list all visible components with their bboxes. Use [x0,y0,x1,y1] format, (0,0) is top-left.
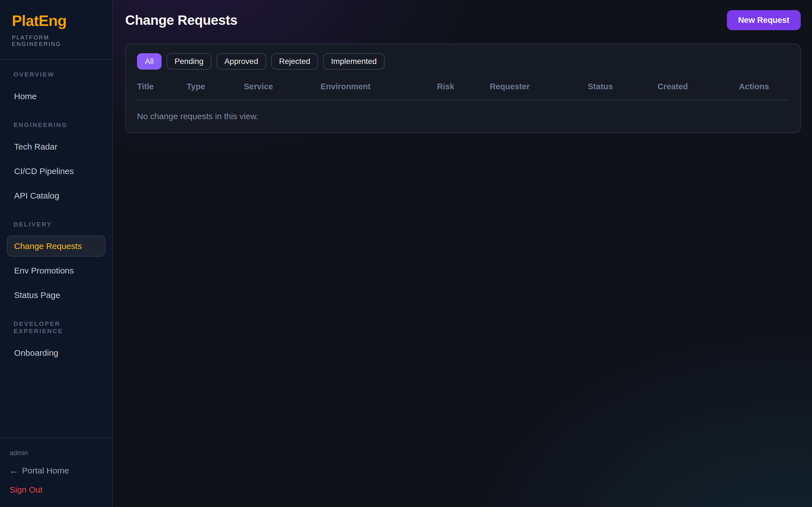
portal-home-label: Portal Home [22,466,69,475]
filter-tab-approved[interactable]: Approved [216,53,266,69]
brand-subtitle: PLATFORM ENGINEERING [12,34,100,47]
column-header-type: Type [187,82,244,91]
sidebar-section-overview: OVERVIEW Home [7,71,105,107]
column-header-service: Service [244,82,320,91]
column-header-environment: Environment [320,82,437,91]
section-label-delivery: DELIVERY [7,221,105,228]
portal-home-link[interactable]: ← Portal Home [10,466,103,475]
main-content: Change Requests New Request All Pending … [113,0,812,507]
sidebar-item-cicd-pipelines[interactable]: CI/CD Pipelines [7,161,105,182]
section-label-engineering: ENGINEERING [7,121,105,129]
section-label-overview: OVERVIEW [7,71,105,78]
brand-logo: PlatEng [12,13,100,28]
sidebar-item-home[interactable]: Home [7,86,105,107]
sidebar-item-onboarding[interactable]: Onboarding [7,342,105,363]
filter-tab-pending[interactable]: Pending [167,53,211,69]
column-header-requester: Requester [490,82,588,91]
filter-tab-rejected[interactable]: Rejected [271,53,318,69]
change-requests-panel: All Pending Approved Rejected Implemente… [125,44,801,133]
column-header-actions: Actions [739,82,789,91]
page-title: Change Requests [125,12,238,28]
sidebar-item-env-promotions[interactable]: Env Promotions [7,260,105,281]
sidebar-section-engineering: ENGINEERING Tech Radar CI/CD Pipelines A… [7,121,105,206]
sidebar-section-developer-experience: DEVELOPER EXPERIENCE Onboarding [7,320,105,363]
sidebar-item-status-page[interactable]: Status Page [7,284,105,305]
filter-tab-all[interactable]: All [137,53,161,69]
sidebar: PlatEng PLATFORM ENGINEERING OVERVIEW Ho… [0,0,113,507]
table-header-row: Title Type Service Environment Risk Requ… [137,82,789,100]
logged-in-username: admin [10,449,103,457]
status-filter-tabs: All Pending Approved Rejected Implemente… [137,53,789,69]
section-label-developer-experience: DEVELOPER EXPERIENCE [7,320,105,335]
column-header-title: Title [137,82,187,91]
column-header-status: Status [588,82,658,91]
sidebar-nav: OVERVIEW Home ENGINEERING Tech Radar CI/… [0,60,112,438]
sign-out-link[interactable]: Sign Out [10,485,103,495]
column-header-created: Created [658,82,739,91]
sidebar-item-tech-radar[interactable]: Tech Radar [7,136,105,157]
logo-block: PlatEng PLATFORM ENGINEERING [0,0,112,60]
left-arrow-icon: ← [10,466,18,475]
sidebar-section-delivery: DELIVERY Change Requests Env Promotions … [7,221,105,305]
new-request-button[interactable]: New Request [727,10,801,30]
empty-state-message: No change requests in this view. [137,100,789,121]
sidebar-item-change-requests[interactable]: Change Requests [7,235,105,257]
sidebar-item-api-catalog[interactable]: API Catalog [7,185,105,206]
column-header-risk: Risk [437,82,490,91]
sidebar-footer: admin ← Portal Home Sign Out [0,438,112,507]
filter-tab-implemented[interactable]: Implemented [323,53,385,69]
page-header: Change Requests New Request [125,10,801,30]
